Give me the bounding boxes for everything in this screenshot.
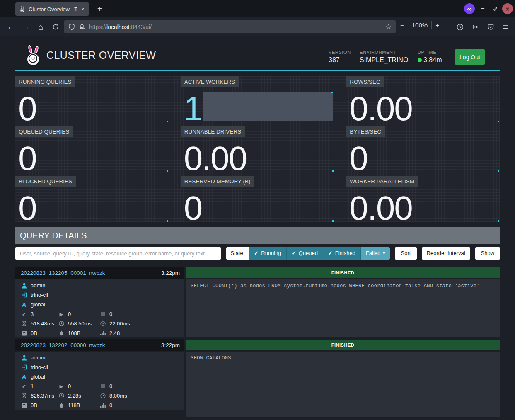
query-status-wrap: FINISHED <box>186 267 500 279</box>
window-minimize-button[interactable]: − <box>477 3 488 14</box>
sparkline-dot <box>498 220 499 222</box>
completed-splits-check-icon: ✔ <box>21 311 27 317</box>
current-memory: 0B <box>31 402 37 408</box>
sparkline-dot <box>331 92 333 93</box>
filter-finished-button[interactable]: ✔Finished <box>323 247 360 260</box>
completed-splits: 3 <box>31 311 34 317</box>
sparkline-filled-area <box>203 92 334 121</box>
wall-time: 626.37ms <box>31 393 54 399</box>
new-tab-button[interactable]: + <box>94 3 106 15</box>
query-details-header: QUERY DETAILS <box>15 227 500 244</box>
filter-queued-button[interactable]: ✔Queued <box>286 247 323 260</box>
query-source: trino-cli <box>31 364 48 370</box>
back-button[interactable]: ← <box>5 21 17 33</box>
sparkline-dot <box>167 121 168 122</box>
query-list: 20220823_132205_00001_nwbzk 3:22pm FINIS… <box>15 267 500 417</box>
queued-splits-pause-icon <box>99 312 106 316</box>
queued-splits-pause-icon <box>99 384 106 388</box>
running-splits: 0 <box>68 383 71 389</box>
uptime-label: UPTIME <box>418 50 442 55</box>
query-search-input[interactable] <box>15 247 221 260</box>
query-filter-bar: State: ✔Running ✔Queued ✔Finished Failed… <box>15 247 500 260</box>
page-title: CLUSTER OVERVIEW <box>46 49 156 61</box>
current-memory: 0B <box>31 330 37 336</box>
tab-close-icon[interactable]: × <box>80 6 85 12</box>
url-text: https://localhost:8443/ui/ <box>89 24 152 30</box>
sort-dropdown[interactable]: Sort ▾ <box>395 247 416 260</box>
stat-card-running-queries: RUNNING QUERIES 0 <box>15 76 169 123</box>
total-time-clock-icon <box>58 393 65 398</box>
uptime-value: 3.84m <box>418 56 442 64</box>
forward-button[interactable]: → <box>20 21 31 33</box>
window-close-button[interactable]: × <box>502 3 513 14</box>
query-resource-group: global <box>31 301 45 308</box>
window-restore-button[interactable] <box>490 3 500 14</box>
zoom-level[interactable]: 100% <box>412 22 428 29</box>
trino-cluster-overview-page: CLUSTER OVERVIEW VERSION 387 ENVIRONMENT… <box>0 36 515 420</box>
stat-value: 0.00 <box>349 194 412 222</box>
stat-card-runnable-drivers: RUNNABLE DRIVERS 0.00 <box>181 126 335 172</box>
cpu-time: 8.00ms <box>109 393 127 399</box>
show-dropdown[interactable]: Show ▾ <box>475 247 500 260</box>
stat-card-reserved-memory: RESERVED MEMORY (B) 0 <box>181 176 335 222</box>
separator <box>431 21 432 29</box>
rows-per-sec-bars-icon <box>99 331 106 335</box>
query-source-row: trino-cli <box>15 362 184 372</box>
check-icon: ✔ <box>254 247 259 260</box>
history-clock-button[interactable] <box>454 21 466 33</box>
filter-failed-label: Failed <box>366 247 380 260</box>
menu-hamburger-button[interactable]: ≡ <box>500 21 511 33</box>
stat-card-blocked-queries: BLOCKED QUERIES 0 <box>15 176 169 222</box>
query-user: admin <box>31 354 45 361</box>
zoom-in-button[interactable]: + <box>435 22 439 29</box>
stat-value: 0 <box>184 194 202 222</box>
cumulative-memory-fire-icon <box>58 330 65 336</box>
total-time-clock-icon <box>58 321 65 326</box>
query-id-link[interactable]: 20220823_132202_00000_nwbzk <box>15 342 105 348</box>
filter-failed-dropdown[interactable]: Failed▾ <box>360 247 390 260</box>
bookmark-star-icon[interactable]: ☆ <box>385 22 392 31</box>
uptime-info: UPTIME 3.84m <box>418 50 442 64</box>
cumulative-memory: 118B <box>68 402 80 408</box>
zoom-out-button[interactable]: − <box>400 22 404 29</box>
lock-warning-icon[interactable] <box>79 24 85 30</box>
cpu-time-gauge-icon <box>99 321 106 326</box>
cpu-time-gauge-icon <box>99 393 106 398</box>
version-info: VERSION 387 <box>329 50 351 64</box>
sparkline <box>61 121 168 121</box>
resource-group-icon: A <box>21 301 27 308</box>
stat-value: 1 <box>184 95 202 122</box>
check-icon: ✔ <box>328 247 333 260</box>
sparkline-dot <box>332 220 334 222</box>
screenshot-scissors-button[interactable]: ✂ <box>469 21 481 33</box>
reload-button[interactable] <box>50 21 61 33</box>
filter-running-button[interactable]: ✔Running <box>249 247 286 260</box>
reorder-interval-dropdown[interactable]: Reorder Interval ▾ <box>422 247 470 260</box>
separator <box>408 21 408 29</box>
query-resource-group-row: Aglobal <box>15 372 184 381</box>
tracking-shield-icon[interactable] <box>68 24 75 30</box>
running-splits-play-icon: ▶ <box>58 311 65 317</box>
wall-time-hourglass-icon <box>21 393 27 398</box>
pocket-button[interactable] <box>485 21 496 33</box>
version-value: 387 <box>329 56 351 64</box>
stat-value: 0.00 <box>349 95 412 122</box>
sparkline-dot <box>332 170 334 172</box>
query-memory-row: 0B 118B 0 <box>15 401 184 410</box>
query-source-row: trino-cli <box>15 290 184 300</box>
rows-per-sec: 0 <box>109 402 112 408</box>
cpu-time: 22.00ms <box>109 320 130 327</box>
stat-value: 0 <box>18 95 36 122</box>
url-bar[interactable]: https://localhost:8443/ui/ ☆ <box>64 20 396 33</box>
query-id-bar: 20220823_132202_00000_nwbzk 3:22pm <box>15 339 184 351</box>
browser-tab[interactable]: Cluster Overview - Trino × <box>15 2 89 16</box>
logout-button[interactable]: Log Out <box>455 49 485 65</box>
running-splits: 0 <box>68 311 71 317</box>
zoom-controls: − 100% + <box>400 21 439 29</box>
wall-time: 518.48ms <box>31 320 54 327</box>
stat-card-queued-queries: QUEUED QUERIES 0 <box>15 126 169 172</box>
sparkline <box>411 221 499 221</box>
url-path: :8443/ui/ <box>129 24 152 30</box>
home-button[interactable]: ⌂ <box>35 21 46 33</box>
query-id-link[interactable]: 20220823_132205_00001_nwbzk <box>15 270 105 276</box>
